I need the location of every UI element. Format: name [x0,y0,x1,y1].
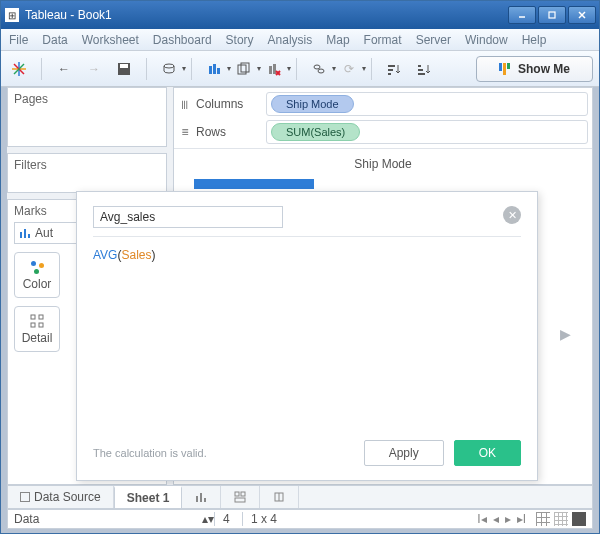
status-bar: Data▴▾ 4 1 x 4 I◂ ◂ ▸ ▸I [7,509,593,529]
svg-rect-16 [269,66,272,74]
pages-shelf[interactable]: Pages [7,87,167,147]
swap-button[interactable] [307,57,331,81]
new-datasource-button[interactable] [157,57,181,81]
columns-shelf[interactable]: Ship Mode [266,92,588,116]
svg-point-20 [314,65,320,69]
viz-header: Ship Mode [174,149,592,179]
new-dashboard-tab[interactable] [221,486,260,508]
pill-sum-sales[interactable]: SUM(Sales) [271,123,360,141]
save-button[interactable] [112,57,136,81]
new-worksheet-button[interactable] [202,57,226,81]
data-source-icon [20,492,30,502]
rows-shelf-label: ≡ Rows [178,125,258,139]
new-worksheet-tab[interactable] [182,486,221,508]
menu-help[interactable]: Help [522,33,547,47]
forward-button[interactable]: → [82,57,106,81]
marks-detail-button[interactable]: Detail [14,306,60,352]
sheet-nav: I◂ ◂ ▸ ▸I [477,512,526,526]
detail-icon [29,313,45,329]
calc-name-input[interactable] [93,206,283,228]
svg-rect-28 [20,232,22,238]
marks-color-label: Color [23,277,52,291]
svg-point-10 [164,64,174,68]
svg-rect-26 [418,69,423,71]
clear-sheet-button[interactable] [262,57,286,81]
minimize-button[interactable] [508,6,536,24]
svg-rect-13 [217,68,220,74]
svg-rect-22 [388,65,395,67]
menu-format[interactable]: Format [364,33,402,47]
sheet1-tab[interactable]: Sheet 1 [114,486,183,508]
ok-button[interactable]: OK [454,440,521,466]
worksheet-icon [194,490,208,504]
pill-ship-mode[interactable]: Ship Mode [271,95,354,113]
sort-asc-button[interactable] [382,57,406,81]
nav-first[interactable]: I◂ [477,512,486,526]
marks-color-button[interactable]: Color [14,252,60,298]
svg-rect-17 [273,64,276,74]
status-dimensions: 1 x 4 [242,512,277,526]
menu-file[interactable]: File [9,33,28,47]
viz-bar [194,179,314,189]
nav-last[interactable]: ▸I [517,512,526,526]
maximize-button[interactable] [538,6,566,24]
calc-field: Sales [121,248,151,262]
menu-worksheet[interactable]: Worksheet [82,33,139,47]
editor-expand-handle[interactable]: ▶ [560,326,571,342]
show-me-button[interactable]: Show Me [476,56,593,82]
refresh-button[interactable]: ⟳ [337,57,361,81]
svg-rect-12 [213,64,216,74]
tableau-start-icon[interactable] [7,57,31,81]
data-source-tab[interactable]: Data Source [8,486,114,508]
duplicate-sheet-button[interactable] [232,57,256,81]
calc-close-button[interactable]: ✕ [503,206,521,224]
calc-formula-editor[interactable]: AVG(Sales) [93,247,521,440]
view-sheet[interactable] [572,512,586,526]
filters-shelf[interactable]: Filters [7,153,167,193]
filters-title: Filters [14,158,160,172]
window-titlebar: ⊞ Tableau - Book1 [1,1,599,29]
svg-rect-24 [388,73,391,75]
apply-button[interactable]: Apply [364,440,444,466]
nav-prev[interactable]: ◂ [493,512,499,526]
calculation-editor: ✕ AVG(Sales) The calculation is valid. A… [76,191,538,481]
svg-rect-29 [24,229,26,238]
svg-rect-36 [200,493,202,502]
menu-story[interactable]: Story [226,33,254,47]
rows-shelf[interactable]: SUM(Sales) [266,120,588,144]
menu-map[interactable]: Map [326,33,349,47]
calc-validation-msg: The calculation is valid. [93,447,354,459]
view-filmstrip[interactable] [536,512,550,526]
sort-desc-button[interactable] [412,57,436,81]
menu-dashboard[interactable]: Dashboard [153,33,212,47]
svg-rect-38 [235,492,239,496]
show-me-icon [499,63,510,75]
svg-rect-23 [388,69,393,71]
new-story-tab[interactable] [260,486,299,508]
status-field[interactable]: Data▴▾ [14,512,214,526]
divider [93,236,521,237]
svg-rect-9 [120,64,128,68]
svg-rect-35 [196,496,198,502]
svg-rect-30 [28,234,30,238]
menu-analysis[interactable]: Analysis [268,33,313,47]
columns-shelf-label: ⫼ Columns [178,97,258,111]
menu-window[interactable]: Window [465,33,508,47]
dashboard-icon [233,490,247,504]
svg-rect-32 [39,315,43,319]
close-button[interactable] [568,6,596,24]
svg-rect-14 [238,65,246,74]
columns-icon: ⫼ [178,97,192,111]
menu-server[interactable]: Server [416,33,451,47]
show-me-label: Show Me [518,62,570,76]
nav-next[interactable]: ▸ [505,512,511,526]
menu-data[interactable]: Data [42,33,67,47]
svg-rect-33 [31,323,35,327]
tableau-logo-icon: ⊞ [5,8,19,22]
svg-rect-25 [418,65,421,67]
svg-rect-11 [209,66,212,74]
svg-rect-34 [39,323,43,327]
svg-rect-15 [241,63,249,72]
view-sorter[interactable] [554,512,568,526]
back-button[interactable]: ← [52,57,76,81]
